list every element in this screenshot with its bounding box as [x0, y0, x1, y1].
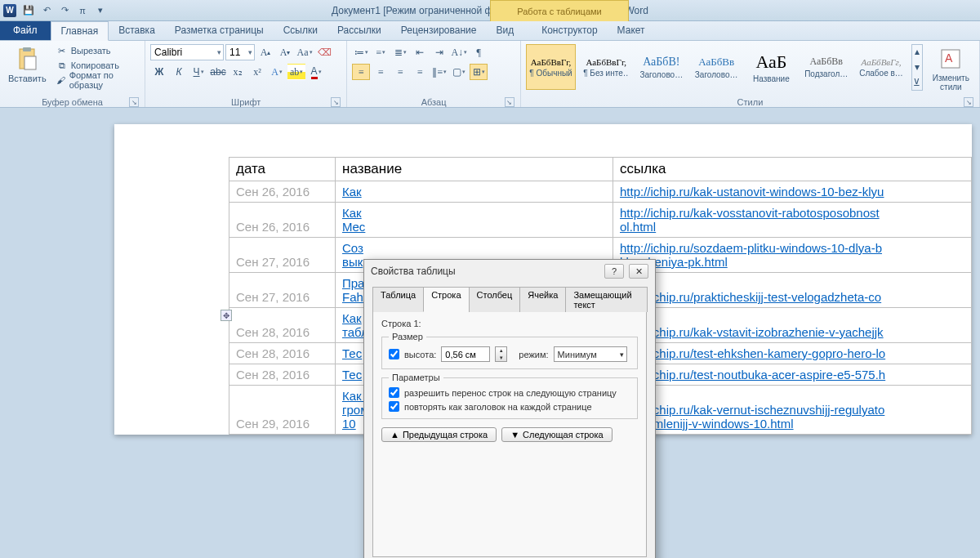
- table-row: Сен 26, 2016КакMechttp://ichip.ru/kak-vo…: [229, 203, 972, 238]
- dialog-titlebar[interactable]: Свойства таблицы ? ✕: [364, 260, 655, 283]
- tab-view[interactable]: Вид: [486, 20, 523, 40]
- dtab-column[interactable]: Столбец: [469, 287, 521, 312]
- numbering-button[interactable]: ≡: [372, 44, 390, 60]
- save-icon[interactable]: 💾: [21, 3, 36, 18]
- text-effects-button[interactable]: A: [268, 64, 286, 80]
- repeat-header-checkbox[interactable]: [389, 401, 399, 412]
- params-fieldset: Параметры разрешить перенос строк на сле…: [381, 373, 638, 419]
- redo-icon[interactable]: ↷: [57, 3, 72, 18]
- strikethrough-button[interactable]: abc: [209, 64, 227, 80]
- bullets-button[interactable]: ≔: [352, 44, 370, 60]
- tab-mailings[interactable]: Рассылки: [327, 20, 391, 40]
- group-paragraph: ≔ ≡ ≣ ⇤ ⇥ A↓ ¶ ≡ ≡ ≡ ≡ ‖≡ ▢ ⊞ Абзац ↘: [347, 41, 521, 107]
- table-move-handle-icon[interactable]: ✥: [220, 310, 232, 321]
- svg-rect-1: [23, 47, 31, 51]
- borders-button[interactable]: ⊞: [470, 64, 488, 80]
- next-row-button[interactable]: ▼Следующая строка: [501, 427, 612, 442]
- tab-design[interactable]: Конструктор: [532, 20, 607, 40]
- svg-rect-2: [24, 56, 36, 69]
- row-number-label: Строка 1:: [381, 319, 638, 328]
- allow-break-checkbox[interactable]: [389, 387, 399, 398]
- styles-scroll-up[interactable]: ▴: [912, 45, 922, 59]
- style-title[interactable]: АаБНазвание: [746, 44, 796, 90]
- document-area: дата название ссылка Сен 26, 2016Какhttp…: [0, 108, 980, 558]
- style-subtitle[interactable]: АаБбВвПодзагол…: [801, 44, 851, 90]
- height-mode-select[interactable]: Минимум: [554, 346, 627, 362]
- font-size-combo[interactable]: 11: [225, 44, 255, 60]
- bold-button[interactable]: Ж: [150, 64, 168, 80]
- previous-row-button[interactable]: ▲Предыдущая строка: [381, 427, 497, 442]
- tab-insert[interactable]: Вставка: [109, 20, 165, 40]
- increase-indent-button[interactable]: ⇥: [430, 44, 448, 60]
- tab-review[interactable]: Рецензирование: [391, 20, 487, 40]
- dtab-alt-text[interactable]: Замещающий текст: [565, 287, 648, 312]
- help-button[interactable]: ?: [604, 264, 624, 279]
- paste-icon: [14, 46, 40, 72]
- font-color-button[interactable]: A: [307, 64, 325, 80]
- line-spacing-button[interactable]: ‖≡: [430, 64, 448, 80]
- style-heading1[interactable]: АаБбВ!Заголово…: [636, 44, 686, 90]
- align-right-button[interactable]: ≡: [391, 64, 409, 80]
- close-button[interactable]: ✕: [629, 264, 648, 279]
- equation-icon[interactable]: π: [75, 3, 90, 18]
- styles-scroll-down[interactable]: ▾: [912, 60, 922, 74]
- highlight-button[interactable]: ab: [287, 64, 305, 80]
- tab-layout[interactable]: Разметка страницы: [165, 20, 274, 40]
- dtab-cell[interactable]: Ячейка: [519, 287, 566, 312]
- show-marks-button[interactable]: ¶: [470, 44, 488, 60]
- clipboard-launcher[interactable]: ↘: [129, 97, 139, 107]
- dtab-row[interactable]: Строка: [423, 287, 469, 312]
- tab-table-layout[interactable]: Макет: [608, 20, 655, 40]
- height-checkbox[interactable]: [389, 349, 399, 359]
- change-case-button[interactable]: Aa: [296, 44, 314, 60]
- underline-button[interactable]: Ч: [189, 64, 207, 80]
- undo-icon[interactable]: ↶: [39, 3, 54, 18]
- superscript-button[interactable]: x²: [248, 64, 266, 80]
- multilevel-list-button[interactable]: ≣: [391, 44, 409, 60]
- shading-button[interactable]: ▢: [450, 64, 468, 80]
- copy-icon: ⧉: [56, 60, 68, 71]
- height-input[interactable]: [441, 346, 490, 362]
- dtab-table[interactable]: Таблица: [372, 287, 424, 312]
- styles-gallery-expand[interactable]: ⊻: [912, 76, 922, 90]
- cut-button[interactable]: ✂Вырезать: [55, 44, 140, 57]
- contextual-tab-table-tools: Работа с таблицами: [490, 0, 629, 21]
- style-normal[interactable]: АаБбВвГг,¶ Обычный: [526, 44, 576, 90]
- style-subtle-emphasis[interactable]: АаБбВвГг,Слабое в…: [856, 44, 906, 90]
- align-left-button[interactable]: ≡: [352, 64, 370, 80]
- style-no-spacing[interactable]: АаБбВвГг,¶ Без инте…: [581, 44, 631, 90]
- grow-font-button[interactable]: A▴: [256, 44, 274, 60]
- size-fieldset: Размер высота: ▲▼ режим: Минимум: [381, 332, 638, 369]
- subscript-button[interactable]: x₂: [229, 64, 247, 80]
- clear-formatting-button[interactable]: ⌫: [315, 44, 333, 60]
- italic-button[interactable]: К: [170, 64, 188, 80]
- table-properties-dialog: Свойства таблицы ? ✕ Таблица Строка Стол…: [363, 259, 656, 558]
- styles-launcher[interactable]: ↘: [964, 97, 973, 107]
- chevron-up-icon: ▲: [390, 430, 399, 440]
- align-center-button[interactable]: ≡: [372, 64, 390, 80]
- scissors-icon: ✂: [56, 45, 68, 56]
- height-spinner[interactable]: ▲▼: [495, 346, 507, 362]
- word-app-icon: W: [3, 4, 16, 17]
- format-painter-button[interactable]: 🖌Формат по образцу: [55, 74, 140, 87]
- tab-home[interactable]: Главная: [51, 21, 109, 41]
- change-styles-button[interactable]: A Изменить стили: [928, 44, 974, 93]
- paste-button[interactable]: Вставить: [5, 44, 50, 85]
- dialog-title: Свойства таблицы: [371, 266, 456, 277]
- font-name-combo[interactable]: Calibri: [150, 44, 224, 60]
- table-row: Сен 26, 2016Какhttp://ichip.ru/kak-ustan…: [229, 181, 972, 203]
- chevron-down-icon: ▼: [510, 430, 519, 440]
- file-tab[interactable]: Файл: [0, 20, 51, 40]
- paragraph-launcher[interactable]: ↘: [505, 97, 514, 107]
- shrink-font-button[interactable]: A▾: [276, 44, 294, 60]
- justify-button[interactable]: ≡: [411, 64, 429, 80]
- group-styles: АаБбВвГг,¶ Обычный АаБбВвГг,¶ Без инте… …: [521, 41, 980, 107]
- font-launcher[interactable]: ↘: [331, 97, 341, 107]
- svg-text:A: A: [945, 51, 953, 65]
- decrease-indent-button[interactable]: ⇤: [411, 44, 429, 60]
- tab-references[interactable]: Ссылки: [274, 20, 327, 40]
- sort-button[interactable]: A↓: [450, 44, 468, 60]
- style-heading2[interactable]: АаБбВвЗаголово…: [691, 44, 741, 90]
- qat-customize-icon[interactable]: ▾: [93, 3, 108, 18]
- brush-icon: 🖌: [56, 74, 66, 86]
